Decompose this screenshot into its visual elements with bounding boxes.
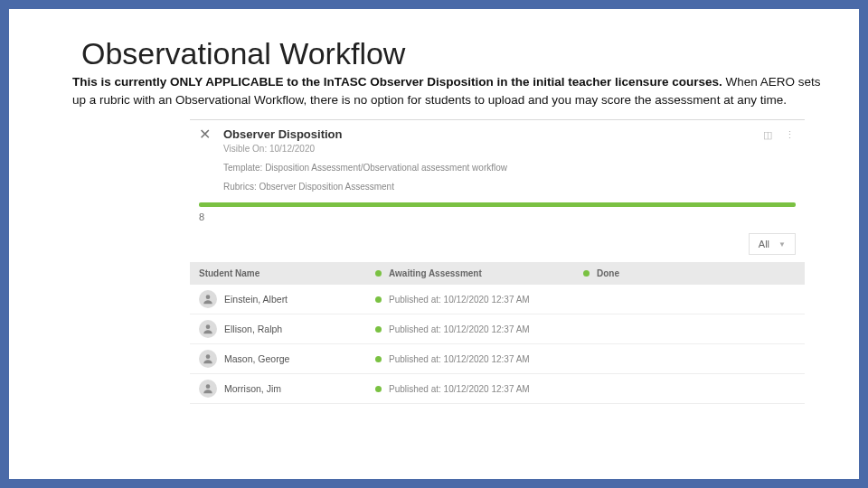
template-label: Template: Disposition Assessment/Observa… <box>223 163 761 173</box>
svg-point-2 <box>206 354 211 359</box>
table-row[interactable]: Ellison, Ralph Published at: 10/12/2020 … <box>190 314 805 344</box>
svg-point-1 <box>206 324 211 329</box>
svg-point-0 <box>206 295 211 299</box>
filter-label: All <box>759 239 769 249</box>
assessment-title: Observer Disposition <box>223 127 761 141</box>
student-name: Ellison, Ralph <box>224 324 282 334</box>
student-name: Einstein, Albert <box>224 294 288 305</box>
slide-frame: Observational Workflow This is currently… <box>0 0 868 488</box>
table-row[interactable]: Morrison, Jim Published at: 10/12/2020 1… <box>190 374 805 404</box>
page-description: This is currently ONLY APPLICABLE to the… <box>72 73 823 108</box>
table-row[interactable]: Einstein, Albert Published at: 10/12/202… <box>190 285 805 314</box>
header-tools: ◫ ⋮ <box>761 127 796 142</box>
avatar-icon <box>199 320 217 338</box>
page-title: Observational Workflow <box>81 36 832 71</box>
progress-count: 8 <box>199 211 796 222</box>
more-menu-icon[interactable]: ⋮ <box>783 129 796 142</box>
filter-row: All ▼ <box>190 230 805 262</box>
progress-section: 8 <box>190 197 805 230</box>
desc-emphasis: This is currently ONLY APPLICABLE to the… <box>72 75 722 89</box>
published-at: Published at: 10/12/2020 12:37 AM <box>389 384 530 394</box>
col-header-student: Student Name <box>199 268 375 278</box>
status-dot-icon <box>375 270 382 277</box>
col-header-awaiting: Awaiting Assessment <box>375 268 583 278</box>
progress-bar <box>199 202 796 207</box>
status-dot-icon <box>375 386 382 392</box>
table-header: Student Name Awaiting Assessment Done <box>190 262 805 285</box>
visible-on-label: Visible On: 10/12/2020 <box>223 144 761 154</box>
filter-dropdown[interactable]: All ▼ <box>749 233 796 255</box>
header-text-block: Observer Disposition Visible On: 10/12/2… <box>223 127 761 192</box>
student-name: Morrison, Jim <box>224 383 281 394</box>
published-at: Published at: 10/12/2020 12:37 AM <box>389 295 530 305</box>
status-dot-icon <box>375 296 382 303</box>
student-name: Mason, George <box>224 353 289 364</box>
bar-chart-icon[interactable]: ◫ <box>761 129 774 142</box>
status-dot-icon <box>583 270 590 277</box>
col-header-done: Done <box>583 268 796 278</box>
avatar-icon <box>199 350 217 368</box>
svg-point-3 <box>206 384 211 389</box>
published-at: Published at: 10/12/2020 12:37 AM <box>389 354 530 364</box>
avatar-icon <box>199 290 217 308</box>
status-dot-icon <box>375 356 382 362</box>
col-header-awaiting-label: Awaiting Assessment <box>389 268 482 278</box>
table-row[interactable]: Mason, George Published at: 10/12/2020 1… <box>190 344 805 374</box>
panel-header: ✕ Observer Disposition Visible On: 10/12… <box>190 120 805 197</box>
chevron-down-icon: ▼ <box>778 240 786 249</box>
avatar-icon <box>199 380 217 398</box>
published-at: Published at: 10/12/2020 12:37 AM <box>389 324 530 334</box>
rubrics-label: Rubrics: Observer Disposition Assessment <box>223 182 761 192</box>
screenshot-panel: ✕ Observer Disposition Visible On: 10/12… <box>190 119 805 404</box>
close-icon[interactable]: ✕ <box>199 127 211 142</box>
status-dot-icon <box>375 326 382 333</box>
col-header-done-label: Done <box>597 268 619 278</box>
